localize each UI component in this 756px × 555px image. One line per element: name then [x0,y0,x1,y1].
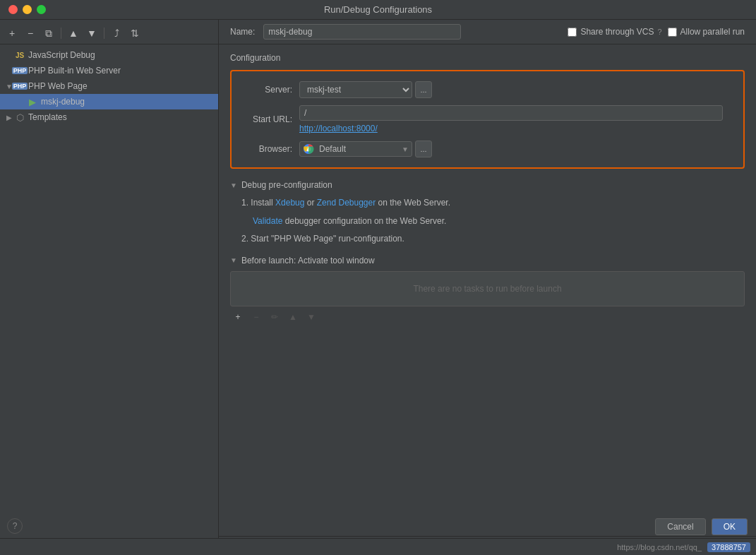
toolbar-separator-2 [104,28,104,39]
allow-parallel-checkbox[interactable] [668,28,677,37]
debug-step-1: 1. Install Xdebug or Zend Debugger on th… [241,196,745,211]
share-button[interactable]: ⤴ [109,25,124,41]
sidebar: + − ⧉ ▲ ▼ ⤴ ⇅ JS JavaScript Debug PHP PH… [0,20,219,555]
configuration-title: Configuration [230,53,745,63]
launch-add-button[interactable]: + [230,309,246,325]
move-down-button[interactable]: ▼ [84,25,100,41]
step1-suffix: on the Web Server. [378,198,451,208]
action-buttons: Cancel OK [655,518,748,535]
step1-prefix: 1. Install [241,198,273,208]
php-icon: PHP [14,65,25,76]
sort-button[interactable]: ⇅ [127,25,143,41]
before-launch-arrow: ▼ [230,256,237,264]
server-row: Server: mskj-test ... [243,81,732,98]
allow-parallel-label[interactable]: Allow parallel run [668,27,745,37]
cancel-button[interactable]: Cancel [655,518,705,535]
before-launch-title: Before launch: Activate tool window [241,256,375,265]
copy-config-button[interactable]: ⧉ [41,25,56,41]
launch-toolbar: + − ✏ ▲ ▼ [230,306,745,328]
name-bar: Name: Share through VCS ? Allow parallel… [219,20,756,44]
debug-preconfig-header[interactable]: ▼ Debug pre-configuration [230,180,745,190]
maximize-button[interactable] [37,5,46,14]
before-launch-box: There are no tasks to run before launch [230,271,745,306]
server-label: Server: [243,85,299,95]
share-vcs-checkbox[interactable] [568,28,577,37]
name-input[interactable] [263,24,461,40]
sidebar-toolbar: + − ⧉ ▲ ▼ ⤴ ⇅ [0,23,218,44]
close-button[interactable] [8,5,18,14]
debug-step-1b: Validate debugger configuration on the W… [241,214,745,229]
tree-item-php-builtin[interactable]: PHP PHP Built-in Web Server [0,63,218,78]
status-url: https://blog.csdn.net/qq_ [617,543,702,551]
validate-link[interactable]: Validate [253,216,282,226]
tree-item-label: PHP Built-in Web Server [28,66,121,76]
name-label: Name: [230,27,255,37]
before-launch-header[interactable]: ▼ Before launch: Activate tool window [230,256,745,265]
window-title: Run/Debug Configurations [324,4,432,15]
browser-label: Browser: [243,144,299,154]
start-url-hint-link[interactable]: http://localhost:8000/ [299,124,732,133]
tree-item-php-web-page[interactable]: ▼ PHP PHP Web Page [0,78,218,94]
debug-preconfig-title: Debug pre-configuration [241,180,332,190]
tree-item-js-debug[interactable]: JS JavaScript Debug [0,47,218,63]
start-url-row: Start URL: http://localhost:8000/ [243,105,732,133]
browser-select-container[interactable]: Default ▼ [299,141,412,157]
step2-text: 2. Start "PHP Web Page" run-configuratio… [241,234,404,244]
tree-item-label: PHP Web Page [28,81,88,91]
status-bar: https://blog.csdn.net/qq_ 37888757 [0,538,756,555]
remove-config-button[interactable]: − [23,25,38,41]
php-icon-2: PHP [14,80,25,92]
tree-item-templates[interactable]: ▶ ⬡ Templates [0,109,218,125]
browser-select-wrapper: Default ▼ ... [299,141,432,157]
status-badge: 37888757 [707,542,750,552]
add-config-button[interactable]: + [4,25,20,41]
section-collapse-arrow: ▼ [230,181,237,189]
configuration-box: Server: mskj-test ... Start URL: http://… [230,70,745,169]
debug-steps: 1. Install Xdebug or Zend Debugger on th… [230,196,745,247]
tree-item-label: Templates [28,112,67,122]
launch-up-button[interactable]: ▲ [285,309,301,325]
launch-down-button[interactable]: ▼ [304,309,319,325]
top-bar-right: Share through VCS ? Allow parallel run [568,27,745,37]
zend-debugger-link[interactable]: Zend Debugger [317,198,376,208]
title-bar: Run/Debug Configurations [0,0,756,20]
step1b-suffix: debugger configuration on the Web Server… [285,216,447,226]
minimize-button[interactable] [23,5,32,14]
launch-edit-button[interactable]: ✏ [267,309,282,325]
ok-button[interactable]: OK [712,518,748,535]
config-tree: JS JavaScript Debug PHP PHP Built-in Web… [0,44,218,555]
no-tasks-text: There are no tasks to run before launch [413,284,561,294]
template-icon: ⬡ [14,112,25,123]
tree-item-label: JavaScript Debug [28,50,95,60]
browser-row: Browser: Defaul [243,141,732,157]
help-button[interactable]: ? [7,518,23,534]
start-url-label: Start URL: [243,114,299,124]
server-select[interactable]: mskj-test [299,81,412,98]
toolbar-separator [61,28,61,39]
browser-select[interactable]: Default [319,144,400,154]
config-area: Configuration Server: mskj-test ... Star… [219,44,756,536]
tree-item-mskj-debug[interactable]: ▶ mskj-debug [0,94,218,109]
launch-remove-button[interactable]: − [248,309,264,325]
start-url-input[interactable] [299,105,723,121]
dropdown-arrow-icon: ▼ [402,145,409,153]
run-icon: ▶ [27,96,38,107]
server-ellipsis-button[interactable]: ... [415,81,432,98]
xdebug-link[interactable]: Xdebug [275,198,304,208]
js-icon: JS [14,49,25,61]
server-select-wrapper: mskj-test ... [299,81,432,98]
chrome-icon [303,143,314,155]
content-area: Name: Share through VCS ? Allow parallel… [219,20,756,555]
share-vcs-label[interactable]: Share through VCS ? [568,27,661,37]
debug-preconfig-section: ▼ Debug pre-configuration 1. Install Xde… [230,180,745,247]
step1-or: or [307,198,315,208]
tree-collapse-arrow[interactable]: ▶ [4,114,14,121]
tree-item-label: mskj-debug [41,97,85,107]
browser-ellipsis-button[interactable]: ... [415,141,432,157]
window-controls[interactable] [8,5,46,14]
help-icon: ? [657,28,661,36]
move-up-button[interactable]: ▲ [66,25,81,41]
before-launch-section: ▼ Before launch: Activate tool window Th… [230,256,745,328]
debug-step-2: 2. Start "PHP Web Page" run-configuratio… [241,232,745,247]
